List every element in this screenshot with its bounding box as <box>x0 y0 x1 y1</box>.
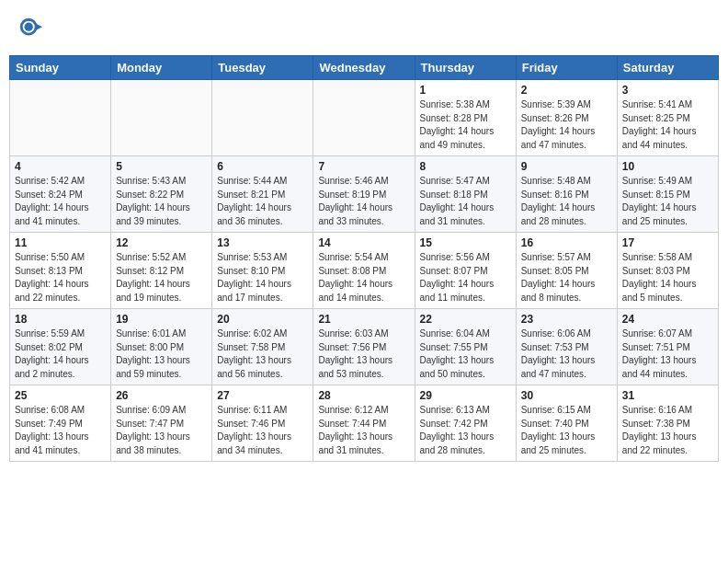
calendar-cell: 13Sunrise: 5:53 AM Sunset: 8:10 PM Dayli… <box>212 233 313 309</box>
calendar-cell: 27Sunrise: 6:11 AM Sunset: 7:46 PM Dayli… <box>212 385 313 462</box>
svg-marker-3 <box>36 23 42 29</box>
day-number: 27 <box>217 389 308 402</box>
day-info: Sunrise: 5:54 AM Sunset: 8:08 PM Dayligh… <box>318 251 409 304</box>
day-info: Sunrise: 6:16 AM Sunset: 7:38 PM Dayligh… <box>622 404 713 457</box>
day-of-week-header: Wednesday <box>313 56 415 80</box>
svg-point-2 <box>25 23 33 31</box>
day-info: Sunrise: 5:41 AM Sunset: 8:25 PM Dayligh… <box>622 98 713 152</box>
calendar-cell: 4Sunrise: 5:42 AM Sunset: 8:24 PM Daylig… <box>10 156 111 233</box>
day-number: 9 <box>521 160 612 173</box>
day-number: 19 <box>116 313 207 326</box>
calendar-cell: 14Sunrise: 5:54 AM Sunset: 8:08 PM Dayli… <box>313 233 415 309</box>
day-number: 4 <box>15 160 106 173</box>
day-info: Sunrise: 5:46 AM Sunset: 8:19 PM Dayligh… <box>318 175 409 228</box>
day-info: Sunrise: 6:12 AM Sunset: 7:44 PM Dayligh… <box>318 404 409 457</box>
calendar-cell: 18Sunrise: 5:59 AM Sunset: 8:02 PM Dayli… <box>10 309 111 385</box>
calendar-cell: 6Sunrise: 5:44 AM Sunset: 8:21 PM Daylig… <box>212 156 313 233</box>
calendar-cell <box>212 80 313 156</box>
day-number: 16 <box>521 236 612 249</box>
calendar-cell: 16Sunrise: 5:57 AM Sunset: 8:05 PM Dayli… <box>516 233 617 309</box>
day-number: 5 <box>116 160 207 173</box>
page-header <box>9 9 719 52</box>
day-info: Sunrise: 5:47 AM Sunset: 8:18 PM Dayligh… <box>420 175 511 228</box>
calendar-cell: 7Sunrise: 5:46 AM Sunset: 8:19 PM Daylig… <box>313 156 415 233</box>
day-of-week-header: Saturday <box>617 56 718 80</box>
calendar-cell: 22Sunrise: 6:04 AM Sunset: 7:55 PM Dayli… <box>415 309 516 385</box>
calendar-cell: 20Sunrise: 6:02 AM Sunset: 7:58 PM Dayli… <box>212 309 313 385</box>
day-info: Sunrise: 5:58 AM Sunset: 8:03 PM Dayligh… <box>622 251 713 304</box>
day-info: Sunrise: 6:06 AM Sunset: 7:53 PM Dayligh… <box>521 327 612 381</box>
calendar-week-row: 18Sunrise: 5:59 AM Sunset: 8:02 PM Dayli… <box>10 309 719 385</box>
day-number: 28 <box>318 389 409 402</box>
calendar-cell <box>10 80 111 156</box>
day-info: Sunrise: 6:04 AM Sunset: 7:55 PM Dayligh… <box>420 327 511 381</box>
calendar-cell: 29Sunrise: 6:13 AM Sunset: 7:42 PM Dayli… <box>415 385 516 462</box>
calendar-week-row: 1Sunrise: 5:38 AM Sunset: 8:28 PM Daylig… <box>10 80 719 156</box>
day-info: Sunrise: 5:59 AM Sunset: 8:02 PM Dayligh… <box>15 327 106 381</box>
calendar-cell: 28Sunrise: 6:12 AM Sunset: 7:44 PM Dayli… <box>313 385 415 462</box>
calendar-cell: 9Sunrise: 5:48 AM Sunset: 8:16 PM Daylig… <box>516 156 617 233</box>
calendar-cell: 21Sunrise: 6:03 AM Sunset: 7:56 PM Dayli… <box>313 309 415 385</box>
day-of-week-header: Tuesday <box>212 56 313 80</box>
logo <box>18 17 48 46</box>
calendar-cell: 2Sunrise: 5:39 AM Sunset: 8:26 PM Daylig… <box>516 80 617 156</box>
day-info: Sunrise: 5:44 AM Sunset: 8:21 PM Dayligh… <box>217 175 308 228</box>
day-info: Sunrise: 5:57 AM Sunset: 8:05 PM Dayligh… <box>521 251 612 304</box>
day-info: Sunrise: 5:50 AM Sunset: 8:13 PM Dayligh… <box>15 251 106 304</box>
calendar-header-row: SundayMondayTuesdayWednesdayThursdayFrid… <box>10 56 719 80</box>
calendar-cell: 30Sunrise: 6:15 AM Sunset: 7:40 PM Dayli… <box>516 385 617 462</box>
day-number: 7 <box>318 160 409 173</box>
day-info: Sunrise: 6:01 AM Sunset: 8:00 PM Dayligh… <box>116 327 207 381</box>
day-number: 12 <box>116 236 207 249</box>
day-info: Sunrise: 6:02 AM Sunset: 7:58 PM Dayligh… <box>217 327 308 381</box>
day-info: Sunrise: 6:09 AM Sunset: 7:47 PM Dayligh… <box>116 404 207 457</box>
day-number: 31 <box>622 389 713 402</box>
day-number: 15 <box>420 236 511 249</box>
day-of-week-header: Monday <box>111 56 212 80</box>
day-number: 26 <box>116 389 207 402</box>
day-number: 1 <box>420 84 511 97</box>
day-info: Sunrise: 6:03 AM Sunset: 7:56 PM Dayligh… <box>318 327 409 381</box>
calendar-cell: 12Sunrise: 5:52 AM Sunset: 8:12 PM Dayli… <box>111 233 212 309</box>
calendar-cell: 31Sunrise: 6:16 AM Sunset: 7:38 PM Dayli… <box>617 385 718 462</box>
day-number: 24 <box>622 313 713 326</box>
day-info: Sunrise: 5:43 AM Sunset: 8:22 PM Dayligh… <box>116 175 207 228</box>
calendar-cell <box>111 80 212 156</box>
day-info: Sunrise: 5:53 AM Sunset: 8:10 PM Dayligh… <box>217 251 308 304</box>
calendar-cell: 26Sunrise: 6:09 AM Sunset: 7:47 PM Dayli… <box>111 385 212 462</box>
day-number: 2 <box>521 84 612 97</box>
day-number: 14 <box>318 236 409 249</box>
calendar-cell: 1Sunrise: 5:38 AM Sunset: 8:28 PM Daylig… <box>415 80 516 156</box>
day-of-week-header: Thursday <box>415 56 516 80</box>
day-number: 18 <box>15 313 106 326</box>
day-number: 11 <box>15 236 106 249</box>
day-info: Sunrise: 5:38 AM Sunset: 8:28 PM Dayligh… <box>420 98 511 152</box>
day-number: 30 <box>521 389 612 402</box>
day-number: 22 <box>420 313 511 326</box>
calendar-cell: 19Sunrise: 6:01 AM Sunset: 8:00 PM Dayli… <box>111 309 212 385</box>
calendar-cell: 24Sunrise: 6:07 AM Sunset: 7:51 PM Dayli… <box>617 309 718 385</box>
day-number: 8 <box>420 160 511 173</box>
calendar-cell <box>313 80 415 156</box>
day-number: 10 <box>622 160 713 173</box>
day-of-week-header: Friday <box>516 56 617 80</box>
calendar-cell: 8Sunrise: 5:47 AM Sunset: 8:18 PM Daylig… <box>415 156 516 233</box>
calendar-cell: 17Sunrise: 5:58 AM Sunset: 8:03 PM Dayli… <box>617 233 718 309</box>
calendar-cell: 23Sunrise: 6:06 AM Sunset: 7:53 PM Dayli… <box>516 309 617 385</box>
calendar-week-row: 25Sunrise: 6:08 AM Sunset: 7:49 PM Dayli… <box>10 385 719 462</box>
calendar-table: SundayMondayTuesdayWednesdayThursdayFrid… <box>9 55 719 462</box>
day-info: Sunrise: 5:39 AM Sunset: 8:26 PM Dayligh… <box>521 98 612 152</box>
day-number: 6 <box>217 160 308 173</box>
day-number: 29 <box>420 389 511 402</box>
day-number: 13 <box>217 236 308 249</box>
calendar-cell: 3Sunrise: 5:41 AM Sunset: 8:25 PM Daylig… <box>617 80 718 156</box>
day-info: Sunrise: 6:07 AM Sunset: 7:51 PM Dayligh… <box>622 327 713 381</box>
day-info: Sunrise: 6:15 AM Sunset: 7:40 PM Dayligh… <box>521 404 612 457</box>
day-number: 3 <box>622 84 713 97</box>
calendar-cell: 25Sunrise: 6:08 AM Sunset: 7:49 PM Dayli… <box>10 385 111 462</box>
day-info: Sunrise: 5:56 AM Sunset: 8:07 PM Dayligh… <box>420 251 511 304</box>
calendar-week-row: 4Sunrise: 5:42 AM Sunset: 8:24 PM Daylig… <box>10 156 719 233</box>
day-info: Sunrise: 5:42 AM Sunset: 8:24 PM Dayligh… <box>15 175 106 228</box>
calendar-cell: 15Sunrise: 5:56 AM Sunset: 8:07 PM Dayli… <box>415 233 516 309</box>
day-of-week-header: Sunday <box>10 56 111 80</box>
